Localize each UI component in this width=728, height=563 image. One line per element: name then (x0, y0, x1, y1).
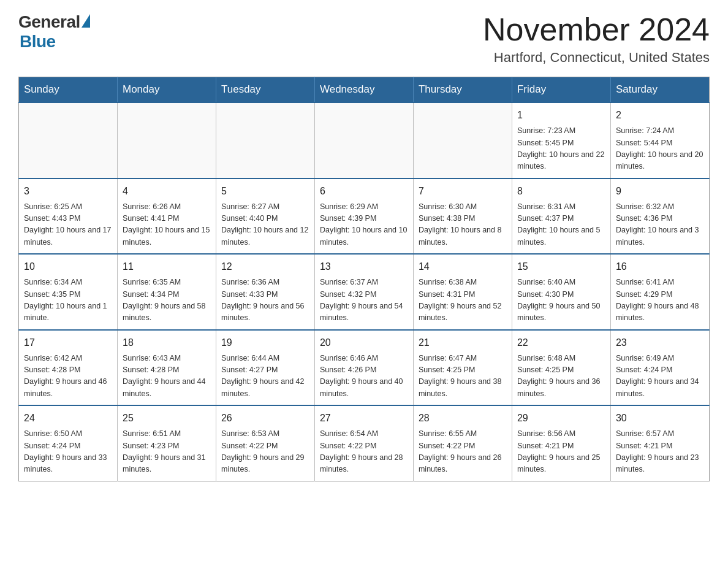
day-number: 23 (616, 335, 704, 350)
day-info: Sunrise: 6:36 AM Sunset: 4:33 PM Dayligh… (221, 277, 309, 324)
calendar-week-3: 10Sunrise: 6:34 AM Sunset: 4:35 PM Dayli… (19, 254, 710, 330)
day-info: Sunrise: 6:26 AM Sunset: 4:41 PM Dayligh… (123, 201, 211, 249)
table-row: 14Sunrise: 6:38 AM Sunset: 4:31 PM Dayli… (413, 254, 512, 330)
table-row: 2Sunrise: 7:24 AM Sunset: 5:44 PM Daylig… (610, 102, 709, 178)
day-info: Sunrise: 6:54 AM Sunset: 4:22 PM Dayligh… (320, 428, 408, 476)
table-row: 21Sunrise: 6:47 AM Sunset: 4:25 PM Dayli… (413, 330, 512, 406)
table-row: 15Sunrise: 6:40 AM Sunset: 4:30 PM Dayli… (512, 254, 610, 330)
day-number: 30 (616, 411, 704, 426)
day-info: Sunrise: 6:29 AM Sunset: 4:39 PM Dayligh… (320, 201, 408, 249)
calendar-table: Sunday Monday Tuesday Wednesday Thursday… (18, 77, 710, 481)
header-wednesday: Wednesday (314, 77, 413, 103)
table-row: 6Sunrise: 6:29 AM Sunset: 4:39 PM Daylig… (314, 178, 413, 255)
table-row (216, 102, 314, 178)
table-row: 3Sunrise: 6:25 AM Sunset: 4:43 PM Daylig… (19, 178, 118, 255)
day-number: 24 (24, 411, 112, 426)
day-number: 11 (123, 259, 211, 274)
table-row: 16Sunrise: 6:41 AM Sunset: 4:29 PM Dayli… (610, 254, 709, 330)
day-info: Sunrise: 7:23 AM Sunset: 5:45 PM Dayligh… (517, 125, 605, 173)
day-number: 18 (123, 335, 211, 350)
logo-general-text: General (18, 12, 80, 32)
day-number: 2 (616, 108, 704, 123)
day-info: Sunrise: 6:27 AM Sunset: 4:40 PM Dayligh… (221, 201, 309, 249)
day-number: 21 (419, 335, 507, 350)
table-row: 25Sunrise: 6:51 AM Sunset: 4:23 PM Dayli… (117, 405, 216, 481)
day-info: Sunrise: 6:31 AM Sunset: 4:37 PM Dayligh… (517, 201, 605, 249)
day-number: 4 (123, 184, 211, 199)
location-title: Hartford, Connecticut, United States (483, 50, 710, 66)
day-number: 27 (320, 411, 408, 426)
logo-triangle-icon (82, 14, 90, 28)
day-info: Sunrise: 6:57 AM Sunset: 4:21 PM Dayligh… (616, 428, 704, 476)
logo: General Blue (18, 12, 90, 52)
day-number: 8 (517, 184, 605, 199)
table-row: 24Sunrise: 6:50 AM Sunset: 4:24 PM Dayli… (19, 405, 118, 481)
calendar-week-4: 17Sunrise: 6:42 AM Sunset: 4:28 PM Dayli… (19, 330, 710, 406)
day-info: Sunrise: 6:34 AM Sunset: 4:35 PM Dayligh… (24, 277, 112, 324)
logo-blue-text: Blue (20, 32, 56, 52)
day-info: Sunrise: 6:37 AM Sunset: 4:32 PM Dayligh… (320, 277, 408, 324)
calendar-week-2: 3Sunrise: 6:25 AM Sunset: 4:43 PM Daylig… (19, 178, 710, 255)
day-number: 9 (616, 184, 704, 199)
table-row: 13Sunrise: 6:37 AM Sunset: 4:32 PM Dayli… (314, 254, 413, 330)
header-monday: Monday (117, 77, 216, 103)
day-info: Sunrise: 6:40 AM Sunset: 4:30 PM Dayligh… (517, 277, 605, 324)
table-row: 8Sunrise: 6:31 AM Sunset: 4:37 PM Daylig… (512, 178, 610, 255)
calendar-header-row: Sunday Monday Tuesday Wednesday Thursday… (19, 77, 710, 103)
day-info: Sunrise: 6:32 AM Sunset: 4:36 PM Dayligh… (616, 201, 704, 249)
day-info: Sunrise: 6:41 AM Sunset: 4:29 PM Dayligh… (616, 277, 704, 324)
table-row: 17Sunrise: 6:42 AM Sunset: 4:28 PM Dayli… (19, 330, 118, 406)
day-number: 22 (517, 335, 605, 350)
day-number: 16 (616, 259, 704, 274)
day-info: Sunrise: 6:47 AM Sunset: 4:25 PM Dayligh… (419, 353, 507, 400)
day-info: Sunrise: 6:46 AM Sunset: 4:26 PM Dayligh… (320, 353, 408, 400)
calendar-week-1: 1Sunrise: 7:23 AM Sunset: 5:45 PM Daylig… (19, 102, 710, 178)
header-friday: Friday (512, 77, 610, 103)
header-tuesday: Tuesday (216, 77, 314, 103)
day-number: 15 (517, 259, 605, 274)
table-row: 4Sunrise: 6:26 AM Sunset: 4:41 PM Daylig… (117, 178, 216, 255)
day-number: 6 (320, 184, 408, 199)
table-row: 10Sunrise: 6:34 AM Sunset: 4:35 PM Dayli… (19, 254, 118, 330)
day-info: Sunrise: 7:24 AM Sunset: 5:44 PM Dayligh… (616, 125, 704, 173)
table-row: 29Sunrise: 6:56 AM Sunset: 4:21 PM Dayli… (512, 405, 610, 481)
table-row: 30Sunrise: 6:57 AM Sunset: 4:21 PM Dayli… (610, 405, 709, 481)
day-number: 12 (221, 259, 309, 274)
table-row: 27Sunrise: 6:54 AM Sunset: 4:22 PM Dayli… (314, 405, 413, 481)
table-row: 5Sunrise: 6:27 AM Sunset: 4:40 PM Daylig… (216, 178, 314, 255)
day-number: 26 (221, 411, 309, 426)
day-info: Sunrise: 6:44 AM Sunset: 4:27 PM Dayligh… (221, 353, 309, 400)
day-info: Sunrise: 6:50 AM Sunset: 4:24 PM Dayligh… (24, 428, 112, 476)
table-row: 1Sunrise: 7:23 AM Sunset: 5:45 PM Daylig… (512, 102, 610, 178)
day-number: 29 (517, 411, 605, 426)
day-info: Sunrise: 6:48 AM Sunset: 4:25 PM Dayligh… (517, 353, 605, 400)
table-row: 11Sunrise: 6:35 AM Sunset: 4:34 PM Dayli… (117, 254, 216, 330)
table-row: 9Sunrise: 6:32 AM Sunset: 4:36 PM Daylig… (610, 178, 709, 255)
calendar-week-5: 24Sunrise: 6:50 AM Sunset: 4:24 PM Dayli… (19, 405, 710, 481)
header-sunday: Sunday (19, 77, 118, 103)
table-row: 26Sunrise: 6:53 AM Sunset: 4:22 PM Dayli… (216, 405, 314, 481)
table-row (314, 102, 413, 178)
day-number: 25 (123, 411, 211, 426)
table-row: 20Sunrise: 6:46 AM Sunset: 4:26 PM Dayli… (314, 330, 413, 406)
day-number: 17 (24, 335, 112, 350)
day-number: 28 (419, 411, 507, 426)
day-number: 13 (320, 259, 408, 274)
day-info: Sunrise: 6:49 AM Sunset: 4:24 PM Dayligh… (616, 353, 704, 400)
header-saturday: Saturday (610, 77, 709, 103)
day-number: 7 (419, 184, 507, 199)
day-info: Sunrise: 6:51 AM Sunset: 4:23 PM Dayligh… (123, 428, 211, 476)
table-row (19, 102, 118, 178)
table-row (413, 102, 512, 178)
table-row: 22Sunrise: 6:48 AM Sunset: 4:25 PM Dayli… (512, 330, 610, 406)
page-header: General Blue November 2024 Hartford, Con… (18, 12, 710, 66)
day-number: 19 (221, 335, 309, 350)
table-row: 7Sunrise: 6:30 AM Sunset: 4:38 PM Daylig… (413, 178, 512, 255)
day-info: Sunrise: 6:42 AM Sunset: 4:28 PM Dayligh… (24, 353, 112, 400)
day-number: 1 (517, 108, 605, 123)
day-number: 10 (24, 259, 112, 274)
table-row (117, 102, 216, 178)
table-row: 23Sunrise: 6:49 AM Sunset: 4:24 PM Dayli… (610, 330, 709, 406)
header-thursday: Thursday (413, 77, 512, 103)
table-row: 12Sunrise: 6:36 AM Sunset: 4:33 PM Dayli… (216, 254, 314, 330)
